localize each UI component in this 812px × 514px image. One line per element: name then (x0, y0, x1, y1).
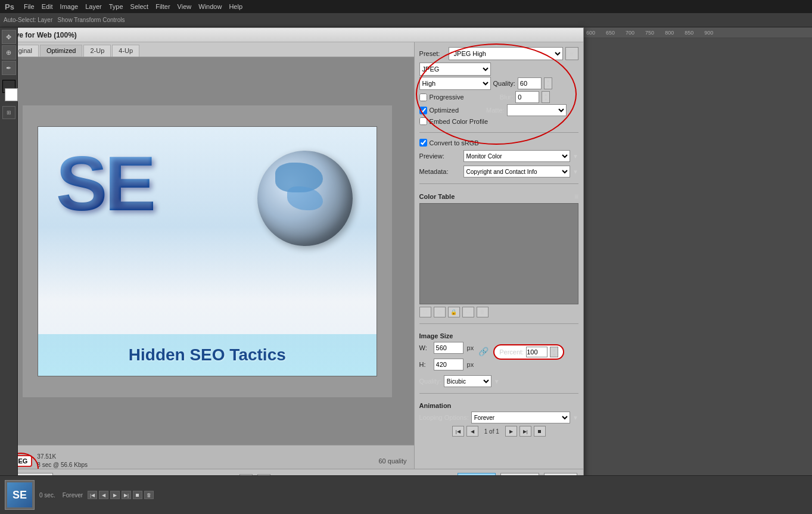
animation-section: Animation Looping Options: Forever Once … (419, 402, 578, 437)
menu-view[interactable]: View (178, 3, 192, 10)
color-background[interactable] (5, 88, 18, 101)
ct-btn-2[interactable]: ◎ (434, 307, 446, 317)
color-table-title: Color Table (419, 193, 455, 200)
view-tabs: Original Optimized 2-Up 4-Up (1, 42, 414, 57)
percent-spinner[interactable]: ▲ ▼ (550, 347, 558, 357)
looping-label: Looping Options: (419, 414, 469, 421)
footer-time: 0 sec. (39, 492, 55, 499)
preset-menu-button[interactable]: ≡ (565, 47, 578, 60)
tool-eyedropper[interactable]: ✒ (2, 61, 16, 75)
footer-stop-button[interactable]: ⏹ (133, 491, 142, 499)
optimized-label: Optimized (430, 107, 459, 114)
preset-row: Preset: JPEG High JPEG Low JPEG Medium ≡ (419, 47, 578, 60)
animation-title: Animation (419, 402, 578, 409)
quality-spinner[interactable]: ▲ ▼ (544, 77, 552, 89)
quality-size-label: Quality: (419, 378, 441, 385)
matte-select[interactable]: White Black (507, 104, 567, 116)
progressive-label: Progressive (430, 94, 464, 101)
footer-next-button[interactable]: ▶| (122, 491, 131, 499)
metadata-select[interactable]: Copyright and Contact Info All None (463, 166, 571, 177)
menu-filter[interactable]: Filter (155, 3, 170, 10)
looping-select[interactable]: Forever Once (471, 412, 570, 423)
w-label: W: (419, 344, 430, 351)
ps-footer: SE 0 sec. Forever |◀ ◀ ▶ ▶| ⏹ 🗑 (0, 475, 812, 514)
ruler-horizontal: 600 650 700 750 800 850 900 (584, 27, 812, 38)
menu-select[interactable]: Select (130, 3, 149, 10)
width-input[interactable] (434, 342, 463, 354)
tool-move[interactable]: ✥ (2, 30, 16, 44)
size-inputs-group: W: px H: px 🔗 (419, 342, 578, 373)
globe-graphic (257, 151, 353, 246)
footer-controls: |◀ ◀ ▶ ▶| ⏹ 🗑 (88, 491, 154, 499)
divider-3 (419, 323, 578, 324)
anim-last-button[interactable]: ⏹ (534, 426, 546, 437)
image-size-section: Image Size W: px H: px (419, 332, 578, 387)
preview-arrow-icon: ▼ (573, 153, 578, 160)
anim-play-button[interactable]: ▶ (505, 426, 517, 437)
matte-label: Matte: (486, 107, 505, 114)
canvas-inner: SE Hidden SEO Tactics (23, 105, 392, 397)
quality-size-arrow: ▼ (494, 378, 500, 385)
footer-info: 0 sec. (39, 492, 55, 499)
ct-btn-4[interactable]: ↔ (462, 307, 474, 317)
footer-first-button[interactable]: |◀ (88, 491, 97, 499)
tab-4up[interactable]: 4-Up (112, 45, 139, 57)
top-toolbar: Auto-Select: Layer Show Transform Contro… (0, 13, 812, 27)
height-input[interactable] (434, 359, 463, 370)
anim-prev-button[interactable]: ◀ (466, 426, 478, 437)
embed-color-checkbox[interactable] (419, 117, 427, 125)
divider-4 (419, 393, 578, 394)
quality-size-select[interactable]: Bicubic Bilinear Nearest (444, 375, 491, 387)
color-table-menu-icon[interactable]: ≡ (574, 192, 578, 201)
embed-color-label: Embed Color Profile (430, 118, 488, 125)
percent-input[interactable] (526, 347, 547, 357)
color-table-header: Color Table ≡ (419, 192, 578, 201)
footer-trash-button[interactable]: 🗑 (144, 491, 154, 499)
progressive-checkbox[interactable] (419, 94, 427, 101)
format-select[interactable]: JPEG PNG-8 PNG-24 GIF (419, 63, 491, 76)
toolbar-content: Auto-Select: Layer Show Transform Contro… (4, 17, 125, 23)
canvas-area: SE Hidden SEO Tactics (1, 57, 414, 445)
tool-toggle[interactable]: ⊞ (2, 106, 15, 119)
quality-input[interactable]: 60 (518, 77, 542, 89)
blur-group: Blur: ▲ ▼ (500, 91, 550, 103)
left-panel: Original Optimized 2-Up 4-Up SE Hid (1, 42, 414, 491)
footer-prev-button[interactable]: ◀ (99, 491, 108, 499)
seo-image: SE Hidden SEO Tactics (38, 127, 377, 376)
tab-2up[interactable]: 2-Up (83, 45, 111, 57)
h-unit: px (467, 361, 474, 368)
ct-btn-3[interactable]: 🔒 (448, 307, 460, 317)
menu-help[interactable]: Help (229, 3, 242, 10)
dialog-title: Save for Web (100%) (1, 28, 583, 42)
image-size-title: Image Size (419, 332, 578, 339)
preview-row: Preview: Monitor Color ▼ (419, 150, 578, 162)
compression-quality-row: High Low Medium Maximum Quality: 60 ▲ ▼ (419, 77, 578, 90)
menu-type[interactable]: Type (109, 3, 123, 10)
ct-btn-1[interactable]: □ (419, 307, 431, 317)
footer-play-button[interactable]: ▶ (110, 491, 120, 499)
menu-image[interactable]: Image (60, 3, 79, 10)
menu-file[interactable]: File (24, 3, 35, 10)
anim-next-button[interactable]: ▶| (519, 426, 531, 437)
anim-first-button[interactable]: |◀ (452, 426, 464, 437)
tool-zoom-in[interactable]: ⊕ (2, 45, 16, 60)
quality-info: 60 quality (378, 457, 406, 465)
color-table-section: Color Table ≡ □ ◎ 🔒 ↔ 🗑 (419, 192, 578, 317)
height-row: H: px (419, 359, 474, 370)
right-panel: Preset: JPEG High JPEG Low JPEG Medium ≡… (414, 42, 583, 491)
tab-optimized[interactable]: Optimized (40, 45, 83, 57)
menu-layer[interactable]: Layer (85, 3, 102, 10)
menu-edit[interactable]: Edit (42, 3, 53, 10)
blur-spinner[interactable]: ▲ ▼ (542, 91, 550, 103)
menu-window[interactable]: Window (198, 3, 222, 10)
optimized-checkbox[interactable] (419, 107, 427, 114)
convert-srgb-checkbox[interactable] (419, 139, 427, 147)
save-for-web-dialog: Save for Web (100%) Original Optimized 2… (0, 27, 584, 492)
compression-select[interactable]: High Low Medium Maximum (419, 77, 491, 90)
embed-color-row: Embed Color Profile (419, 117, 578, 125)
blur-input[interactable] (515, 91, 539, 103)
ct-btn-5[interactable]: 🗑 (477, 307, 489, 317)
preset-select[interactable]: JPEG High JPEG Low JPEG Medium (449, 47, 563, 60)
size-fields: W: px H: px (419, 342, 474, 373)
preview-select[interactable]: Monitor Color (463, 150, 571, 162)
